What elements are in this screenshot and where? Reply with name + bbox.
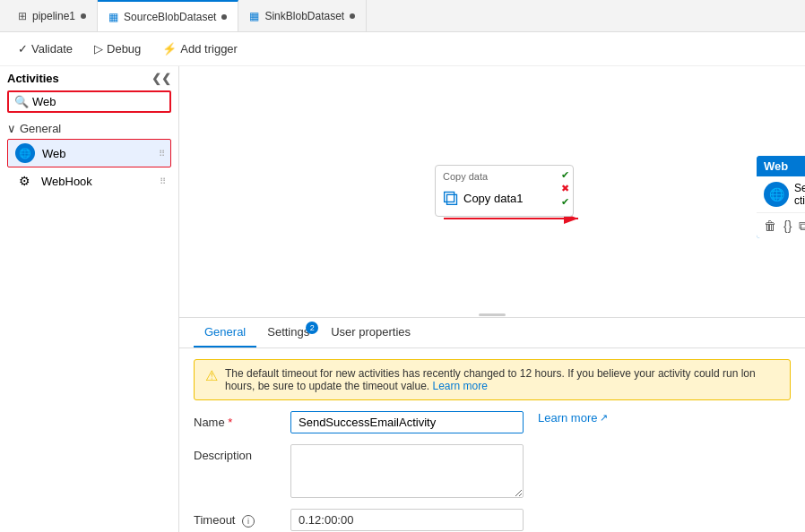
- tab-settings[interactable]: Settings 2: [256, 318, 320, 348]
- description-label: Description: [194, 444, 283, 462]
- sidebar-group-header[interactable]: ∨ General: [7, 122, 171, 135]
- validate-button[interactable]: ✓ Validate: [14, 40, 76, 57]
- timeout-label: Timeout i: [194, 509, 283, 528]
- timeout-input[interactable]: [290, 509, 524, 531]
- panel-tabs-row: General Settings 2 User properties: [179, 318, 805, 348]
- web-box-body: 🌐 SendSuccessEmailA ctivity: [757, 176, 805, 212]
- timeout-field-row: Timeout i: [194, 509, 791, 531]
- copy-data-icon: ⧉: [443, 185, 458, 210]
- sidebar-item-webhook[interactable]: ⚙ WebHook ⠿: [7, 167, 171, 194]
- warning-icon: ⚠: [205, 367, 218, 384]
- tab-dot: [221, 14, 227, 20]
- description-field-row: Description: [194, 444, 791, 498]
- name-input[interactable]: [290, 411, 524, 433]
- learn-more-banner-link[interactable]: Learn more: [432, 380, 487, 392]
- dataset-icon-sink: ▦: [249, 10, 259, 22]
- sidebar: Activities ❮❮ 🔍 ∨ General 🌐 Web ⠿ ⚙ WebH…: [0, 66, 179, 532]
- sidebar-title: Activities: [7, 72, 59, 85]
- panel-content: ⚠ The default timeout for new activities…: [179, 348, 805, 532]
- tab-pipeline1[interactable]: ⊞ pipeline1: [7, 0, 98, 31]
- name-field-row: Name * Learn more ↗: [194, 411, 791, 433]
- sidebar-item-web[interactable]: 🌐 Web ⠿: [7, 139, 171, 167]
- web-activity-box[interactable]: Web ⤢ ✔ ✖ ✔ 🌐 SendSuccessEmailA ctivity …: [757, 156, 805, 238]
- check-red-1: ✖: [561, 183, 569, 194]
- trigger-icon: ⚡: [162, 42, 177, 56]
- pipeline-icon: ⊞: [18, 10, 27, 22]
- webhook-icon: ⚙: [14, 171, 34, 191]
- drag-handle-webhook: ⠿: [160, 176, 166, 186]
- tab-user-properties[interactable]: User properties: [320, 318, 421, 348]
- learn-more-link[interactable]: Learn more ↗: [538, 411, 608, 425]
- tab-source-blob[interactable]: ▦ SourceBlobDataset: [98, 0, 238, 31]
- debug-button[interactable]: ▷ Debug: [91, 40, 144, 57]
- warning-text: The default timeout for new activities h…: [225, 367, 779, 392]
- drag-handle: ⠿: [159, 149, 165, 159]
- collapse-icon[interactable]: ❮❮: [151, 72, 171, 85]
- search-icon: 🔍: [14, 95, 29, 108]
- tab-sink-blob[interactable]: ▦ SinkBlobDataset: [238, 0, 367, 31]
- tab-general[interactable]: General: [194, 318, 256, 348]
- timeout-info-icon[interactable]: i: [242, 515, 255, 528]
- sidebar-header-icons: ❮❮: [151, 72, 171, 85]
- toolbar: ✓ Validate ▷ Debug ⚡ Add trigger: [0, 32, 805, 66]
- chevron-down-icon: ∨: [7, 122, 16, 135]
- resize-handle[interactable]: [474, 312, 510, 317]
- resize-bar: [479, 313, 506, 316]
- sidebar-header: Activities ❮❮: [0, 66, 178, 90]
- main-layout: Activities ❮❮ 🔍 ∨ General 🌐 Web ⠿ ⚙ WebH…: [0, 66, 805, 532]
- debug-icon: ▷: [94, 42, 103, 56]
- search-box: 🔍: [7, 90, 171, 113]
- web-box-actions: 🗑 {} ⧉ →: [757, 212, 805, 238]
- code-icon[interactable]: {}: [783, 219, 792, 233]
- web-box-header: Web ⤢ ✔ ✖ ✔: [757, 156, 805, 176]
- bottom-panel: General Settings 2 User properties ⚠ The…: [179, 317, 805, 532]
- copy-data-name: Copy data1: [463, 192, 524, 205]
- settings-badge: 2: [306, 322, 318, 334]
- required-asterisk: *: [228, 416, 232, 429]
- web-globe-icon: 🌐: [15, 143, 35, 163]
- copy-icon[interactable]: ⧉: [799, 219, 805, 234]
- copy-data-checks: ✔ ✖ ✔: [561, 169, 569, 208]
- search-input[interactable]: [32, 95, 164, 108]
- description-textarea[interactable]: [290, 444, 524, 498]
- tab-bar: ⊞ pipeline1 ▦ SourceBlobDataset ▦ SinkBl…: [0, 0, 805, 32]
- warning-banner: ⚠ The default timeout for new activities…: [194, 359, 791, 400]
- validate-icon: ✓: [18, 42, 28, 56]
- copy-data-box[interactable]: Copy data ⧉ Copy data1 ✔ ✖ ✔: [435, 165, 574, 217]
- dataset-icon: ▦: [108, 11, 118, 23]
- copy-data-title: Copy data: [443, 171, 566, 182]
- external-link-icon: ↗: [600, 412, 608, 424]
- tab-dot: [81, 13, 86, 19]
- delete-icon[interactable]: 🗑: [764, 219, 776, 233]
- sidebar-group-general: ∨ General 🌐 Web ⠿ ⚙ WebHook ⠿: [0, 118, 178, 198]
- add-trigger-button[interactable]: ⚡ Add trigger: [159, 40, 241, 57]
- copy-data-content: ⧉ Copy data1: [443, 185, 566, 210]
- tab-dot: [350, 13, 355, 19]
- web-activity-name: SendSuccessEmailA ctivity: [794, 182, 805, 207]
- pipeline-canvas: Copy data ⧉ Copy data1 ✔ ✖ ✔ Web ⤢: [179, 66, 805, 317]
- check-green-2: ✔: [561, 196, 569, 208]
- name-label: Name *: [194, 411, 283, 429]
- check-green-1: ✔: [561, 169, 569, 181]
- web-body-globe-icon: 🌐: [764, 182, 789, 207]
